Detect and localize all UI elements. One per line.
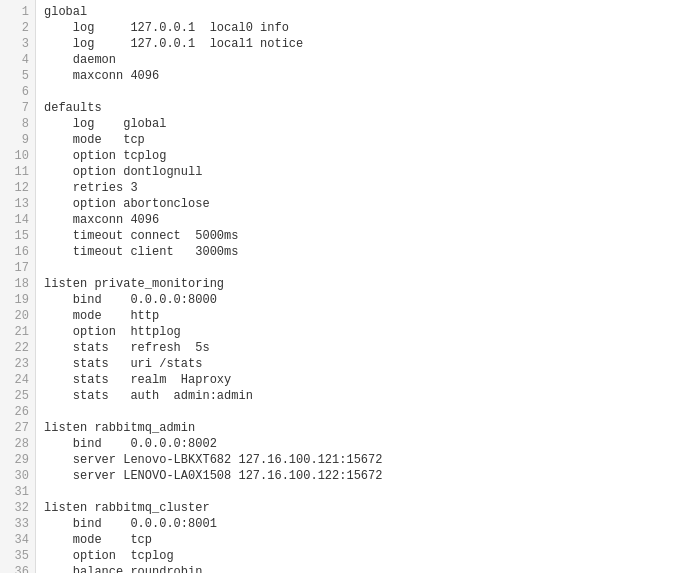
line-number: 6 xyxy=(0,84,35,100)
code-line: option abortonclose xyxy=(36,196,692,212)
code-line: listen private_monitoring xyxy=(36,276,692,292)
code-line: stats realm Haproxy xyxy=(36,372,692,388)
code-line: server Lenovo-LBKXT682 127.16.100.121:15… xyxy=(36,452,692,468)
line-number: 18 xyxy=(0,276,35,292)
line-number: 14 xyxy=(0,212,35,228)
code-line: maxconn 4096 xyxy=(36,68,692,84)
line-number: 5 xyxy=(0,68,35,84)
line-numbers: 1234567891011121314151617181920212223242… xyxy=(0,0,36,573)
code-line: stats uri /stats xyxy=(36,356,692,372)
code-line: bind 0.0.0.0:8002 xyxy=(36,436,692,452)
code-line: option tcplog xyxy=(36,148,692,164)
code-line: maxconn 4096 xyxy=(36,212,692,228)
code-line: timeout client 3000ms xyxy=(36,244,692,260)
code-line: stats refresh 5s xyxy=(36,340,692,356)
line-number: 1 xyxy=(0,4,35,20)
code-line: listen rabbitmq_admin xyxy=(36,420,692,436)
line-number: 32 xyxy=(0,500,35,516)
line-number: 23 xyxy=(0,356,35,372)
line-number: 15 xyxy=(0,228,35,244)
code-line xyxy=(36,484,692,500)
line-number: 31 xyxy=(0,484,35,500)
line-number: 11 xyxy=(0,164,35,180)
line-number: 4 xyxy=(0,52,35,68)
code-line: mode http xyxy=(36,308,692,324)
code-line xyxy=(36,84,692,100)
line-number: 30 xyxy=(0,468,35,484)
code-line xyxy=(36,260,692,276)
code-line: mode tcp xyxy=(36,532,692,548)
line-number: 27 xyxy=(0,420,35,436)
code-line: log 127.0.0.1 local1 notice xyxy=(36,36,692,52)
code-line: option httplog xyxy=(36,324,692,340)
line-number: 26 xyxy=(0,404,35,420)
line-number: 10 xyxy=(0,148,35,164)
line-number: 36 xyxy=(0,564,35,573)
line-number: 2 xyxy=(0,20,35,36)
code-line: option tcplog xyxy=(36,548,692,564)
line-number: 35 xyxy=(0,548,35,564)
line-number: 29 xyxy=(0,452,35,468)
line-number: 8 xyxy=(0,116,35,132)
editor-container: 1234567891011121314151617181920212223242… xyxy=(0,0,692,573)
code-line: log 127.0.0.1 local0 info xyxy=(36,20,692,36)
line-number: 16 xyxy=(0,244,35,260)
line-number: 33 xyxy=(0,516,35,532)
line-number: 22 xyxy=(0,340,35,356)
line-number: 21 xyxy=(0,324,35,340)
line-number: 20 xyxy=(0,308,35,324)
code-line: balance roundrobin xyxy=(36,564,692,573)
code-line xyxy=(36,404,692,420)
line-number: 25 xyxy=(0,388,35,404)
code-line: timeout connect 5000ms xyxy=(36,228,692,244)
code-line: bind 0.0.0.0:8001 xyxy=(36,516,692,532)
code-content[interactable]: global log 127.0.0.1 local0 info log 127… xyxy=(36,0,692,573)
code-line: stats auth admin:admin xyxy=(36,388,692,404)
code-line: defaults xyxy=(36,100,692,116)
code-line: log global xyxy=(36,116,692,132)
code-line: daemon xyxy=(36,52,692,68)
line-number: 12 xyxy=(0,180,35,196)
line-number: 13 xyxy=(0,196,35,212)
code-line: bind 0.0.0.0:8000 xyxy=(36,292,692,308)
line-number: 7 xyxy=(0,100,35,116)
line-number: 24 xyxy=(0,372,35,388)
code-line: listen rabbitmq_cluster xyxy=(36,500,692,516)
code-line: mode tcp xyxy=(36,132,692,148)
line-number: 3 xyxy=(0,36,35,52)
line-number: 19 xyxy=(0,292,35,308)
line-number: 17 xyxy=(0,260,35,276)
code-line: global xyxy=(36,4,692,20)
code-line: retries 3 xyxy=(36,180,692,196)
code-line: server LENOVO-LA0X1508 127.16.100.122:15… xyxy=(36,468,692,484)
line-number: 34 xyxy=(0,532,35,548)
line-number: 28 xyxy=(0,436,35,452)
line-number: 9 xyxy=(0,132,35,148)
code-line: option dontlognull xyxy=(36,164,692,180)
